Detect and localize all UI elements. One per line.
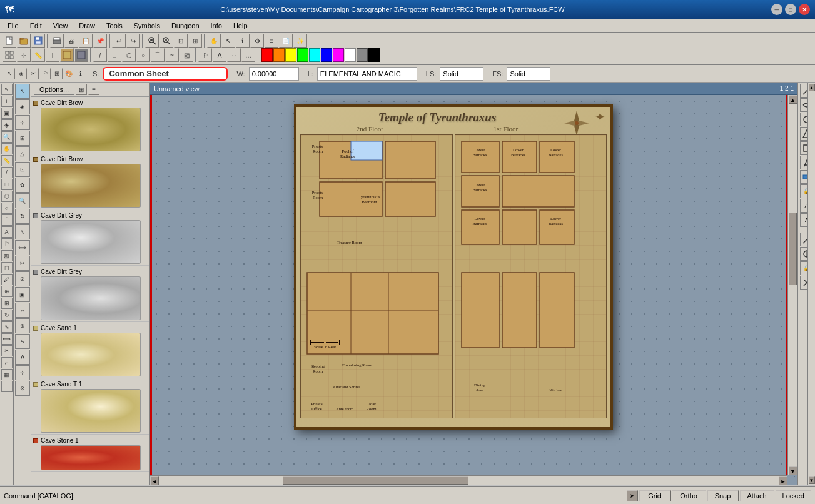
lt-zoom[interactable]: 🔍: [1, 131, 13, 143]
lt-fill[interactable]: ▨: [1, 250, 13, 261]
lt-copy2[interactable]: ⊞: [1, 298, 13, 309]
draw-fill[interactable]: ▨: [180, 48, 193, 62]
draw-rect[interactable]: □: [108, 48, 121, 62]
lt-rect[interactable]: □: [1, 179, 13, 190]
snap-toggle[interactable]: ⊹: [17, 48, 31, 62]
print-preview-button[interactable]: [50, 34, 64, 48]
lt-trim[interactable]: ⌐: [1, 357, 13, 368]
sheets-button[interactable]: 📄: [279, 34, 293, 48]
catalog-view-grid[interactable]: ⊞: [76, 84, 87, 95]
attach-button[interactable]: Attach: [740, 490, 774, 501]
settings-button[interactable]: ⚙: [250, 34, 264, 48]
lt-measure[interactable]: 📏: [1, 155, 13, 166]
color-yellow[interactable]: [285, 48, 296, 62]
open-button[interactable]: [17, 34, 31, 48]
catalog-view-list[interactable]: ≡: [88, 84, 99, 95]
dim-tool[interactable]: ↔: [227, 48, 241, 62]
catalog-item-cave-stone-1[interactable]: Cave Stone 1: [31, 435, 149, 472]
lt-select2[interactable]: ▣: [1, 108, 13, 119]
st-6[interactable]: ⊡: [15, 162, 30, 177]
st-16[interactable]: ⊕: [15, 318, 30, 333]
st-20[interactable]: ⊗: [15, 381, 30, 396]
w-input[interactable]: [249, 67, 299, 81]
color-green[interactable]: [297, 48, 308, 62]
lt-pan[interactable]: ✋: [1, 143, 13, 154]
st-19[interactable]: ⊹: [15, 365, 30, 380]
lt-mirror[interactable]: ⟺: [1, 333, 13, 345]
st-8[interactable]: 🔍: [15, 193, 30, 208]
draw-bezier[interactable]: ~: [165, 48, 179, 62]
fill-button[interactable]: [60, 48, 74, 62]
st-7[interactable]: ✿: [15, 178, 30, 193]
st-select[interactable]: ↖: [15, 84, 30, 99]
st-13[interactable]: ⊘: [15, 271, 30, 286]
zoom-extent-button[interactable]: ⊞: [188, 34, 202, 48]
color-red[interactable]: [261, 48, 273, 62]
catalog-options-button[interactable]: Options...: [34, 84, 74, 95]
canvas-content[interactable]: ✦ Temple of Tyranthraxus 2nd Floor 1st F…: [150, 95, 797, 485]
menu-draw[interactable]: Draw: [74, 21, 100, 31]
st-10[interactable]: ⤡: [15, 224, 30, 239]
minimize-button[interactable]: ─: [771, 4, 782, 15]
menu-file[interactable]: File: [3, 21, 24, 31]
copy-button[interactable]: 📋: [79, 34, 93, 48]
menu-view[interactable]: View: [48, 21, 73, 31]
st-2[interactable]: ◈: [15, 99, 30, 114]
st-3[interactable]: ⊹: [15, 115, 30, 130]
color-cyan[interactable]: [309, 48, 320, 62]
small-color[interactable]: 🎨: [63, 68, 74, 79]
paste-button[interactable]: 📌: [93, 34, 107, 48]
st-5[interactable]: △: [15, 146, 30, 161]
st-12[interactable]: ✂: [15, 256, 30, 271]
lt-more[interactable]: …: [1, 381, 13, 392]
new-button[interactable]: [3, 34, 16, 48]
lt-rotate[interactable]: ↻: [1, 310, 13, 321]
catalog-item-cave-dirt-grey-2[interactable]: Cave Dirt Grey: [31, 266, 149, 322]
lt-text[interactable]: A: [1, 226, 13, 238]
v-scroll-thumb[interactable]: [789, 213, 797, 285]
h-scroll-left[interactable]: ◄: [150, 476, 159, 485]
l-input[interactable]: [317, 67, 417, 81]
catalog-item-cave-dirt-brow-1[interactable]: Cave Dirt Brow: [31, 97, 149, 153]
draw-circle[interactable]: ○: [136, 48, 150, 62]
h-scroll-right[interactable]: ►: [779, 476, 787, 485]
h-scrollbar[interactable]: ◄ ►: [150, 475, 787, 485]
close-button[interactable]: ✕: [799, 4, 810, 15]
menu-info[interactable]: Info: [206, 21, 227, 31]
lt-break[interactable]: ✂: [1, 345, 13, 356]
small-select[interactable]: ↖: [4, 68, 15, 79]
redo-button[interactable]: ↪: [126, 34, 140, 48]
zoom-fit-button[interactable]: ⊡: [174, 34, 188, 48]
v-scroll-down[interactable]: ▼: [789, 466, 797, 475]
lt-group[interactable]: ▦: [1, 369, 13, 380]
locked-button[interactable]: Locked: [776, 490, 811, 501]
st-18[interactable]: A̲: [15, 350, 30, 365]
color-magenta[interactable]: [333, 48, 344, 62]
catalog-scroll[interactable]: Cave Dirt Brow Cave Dirt Brow Cave Dirt …: [31, 97, 149, 485]
text-tool[interactable]: A: [213, 48, 226, 62]
lt-symbol[interactable]: ⚐: [1, 238, 13, 249]
lt-line[interactable]: /: [1, 167, 13, 178]
menu-dungeon[interactable]: Dungeon: [166, 21, 205, 31]
line-color-button[interactable]: [74, 48, 88, 62]
save-button[interactable]: [31, 34, 45, 48]
color-blue[interactable]: [321, 48, 332, 62]
draw-poly[interactable]: ⬡: [122, 48, 136, 62]
more-tool[interactable]: …: [241, 48, 255, 62]
catalog-item-cave-dirt-grey-1[interactable]: Cave Dirt Grey: [31, 209, 149, 266]
lt-poly[interactable]: ⬡: [1, 191, 13, 202]
small-group[interactable]: ⊞: [51, 68, 63, 79]
grid-button[interactable]: [3, 48, 16, 62]
snap-button[interactable]: Snap: [707, 490, 739, 501]
undo-button[interactable]: ↩: [112, 34, 126, 48]
menu-edit[interactable]: Edit: [25, 21, 47, 31]
st-15[interactable]: ⟕: [15, 303, 30, 318]
v-scroll-up[interactable]: ▲: [789, 95, 797, 104]
ls-input[interactable]: [440, 67, 483, 81]
lt-arrow[interactable]: ↖: [1, 84, 13, 95]
nav-arrow[interactable]: ➤: [627, 490, 638, 501]
v-scrollbar[interactable]: ▲ ▼: [787, 95, 797, 475]
lt-node[interactable]: ◈: [1, 119, 13, 131]
color-white[interactable]: [345, 48, 356, 62]
zoom-out-button[interactable]: [159, 34, 173, 48]
